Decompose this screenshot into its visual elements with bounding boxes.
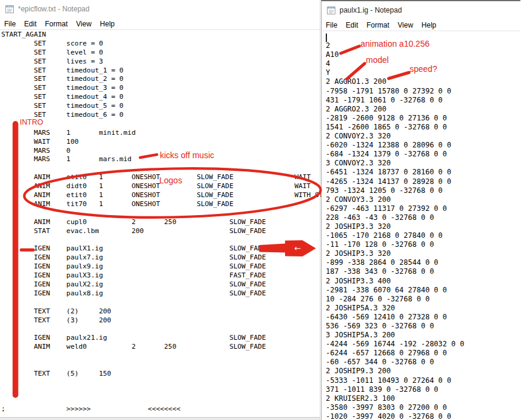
menu-view[interactable]: View — [393, 20, 417, 31]
text-line: -6297 -463 11317 0 27392 0 0 — [326, 204, 520, 213]
right-window-titlebar[interactable]: paulx1.ig - Notepad — [322, 1, 520, 19]
text-line: TEXT (2) 200 — [1, 307, 320, 316]
left-window-bottom-edge — [0, 417, 320, 420]
text-line: 187 -338 343 0 -32768 0 0 — [326, 267, 520, 276]
text-caret — [326, 34, 327, 42]
text-line: -7958 -1791 15780 0 27392 0 0 — [326, 87, 520, 96]
text-line: -5333 -1011 10493 0 27264 0 0 — [326, 376, 520, 385]
text-line: -899 -338 2864 0 28544 0 0 — [326, 258, 520, 267]
menu-edit[interactable]: Edit — [341, 20, 362, 31]
left-window-menubar: File Edit Format View Help — [0, 18, 320, 30]
text-line: 371 -1011 839 0 -32768 0 0 — [326, 385, 520, 394]
text-line: 2 JOSHIP3.3 320 — [326, 249, 520, 258]
text-line: SET timedout_6 = 0 — [1, 111, 320, 120]
text-line: -11 -170 128 0 -32768 0 0 — [326, 240, 520, 249]
right-text-area[interactable]: 2A104Y2 AGGRO1.3 200-7958 -1791 15780 0 … — [322, 31, 520, 420]
notepad-icon — [5, 4, 14, 14]
text-line: ; >>>>>> <<<<<<<< — [1, 405, 320, 414]
text-line: WAIT 100 — [1, 138, 320, 147]
text-line: -684 -1324 1379 0 -32768 0 0 — [326, 150, 520, 159]
text-line — [1, 120, 320, 129]
text-line: MARS 1 minit.mid — [1, 129, 320, 138]
text-line: SET timedout_4 = 0 — [1, 93, 320, 102]
menu-edit[interactable]: Edit — [20, 19, 41, 29]
text-line: 2 CONVOY3.3 200 — [326, 195, 520, 204]
text-line — [1, 235, 320, 244]
text-line: 3 CONVOY2.3 320 — [326, 159, 520, 168]
text-line: START_AGAIN — [1, 31, 320, 40]
text-line: -3580 -3997 8303 0 27200 0 0 — [326, 403, 520, 412]
text-line — [1, 379, 320, 388]
left-window-titlebar[interactable]: *epicflow.txt - Notepad — [0, 0, 320, 18]
text-line: 4 — [326, 59, 520, 68]
text-line — [1, 209, 320, 218]
text-line: IGEN paulx8.ig SLOW_FADE — [1, 289, 320, 298]
text-line: Y — [326, 68, 520, 77]
text-line: MARS 1 mars.mid — [1, 155, 320, 164]
menu-file[interactable]: File — [322, 20, 341, 31]
text-line: SET timedout_2 = 0 — [1, 75, 320, 84]
text-line — [1, 397, 320, 406]
text-line: IGEN paulX3.ig FAST_FADE — [1, 271, 320, 280]
text-line — [1, 325, 320, 334]
notepad-icon — [326, 5, 336, 15]
text-line: 2 KRUISER2.3 100 — [326, 394, 520, 403]
right-window-title: paulx1.ig - Notepad — [340, 6, 402, 14]
text-line: -2819 -2600 9128 0 27136 0 0 — [326, 114, 520, 123]
text-line: 2 AGGRO1.3 200 — [326, 77, 520, 86]
text-line: -6020 -1324 12388 0 28096 0 0 — [326, 141, 520, 150]
text-line: 3 JOSHIP5A.3 200 — [326, 331, 520, 340]
left-text-area[interactable]: START_AGAIN SET score = 0 SET level = 0 … — [0, 30, 320, 414]
text-line: -4244 -569 16744 -192 -28032 0 0 — [326, 340, 520, 349]
text-line: ANIM etit0 1 ONESHOT SLOW_FADE WITH_STAR — [1, 191, 320, 200]
text-line: -1020 -3997 4020 0 -32768 0 0 — [326, 412, 520, 420]
text-line: 2 JOSHIP5A.3 320 — [326, 304, 520, 313]
menu-format[interactable]: Format — [362, 20, 393, 31]
text-line: ANIM otit0 1 ONESHOT SLOW_FADE WAIT 200 — [1, 173, 320, 182]
menu-format[interactable]: Format — [41, 19, 72, 29]
text-line: 2 JOSHIP3.3 320 — [326, 222, 520, 231]
text-line: SET score = 0 — [1, 40, 320, 49]
text-line: STAT evac.lbm 200 SLOW_FADE — [1, 227, 320, 236]
text-line: 536 -569 323 0 -32768 0 0 — [326, 322, 520, 331]
left-window-title: *epicflow.txt - Notepad — [18, 5, 89, 13]
text-line: IGEN paulx9.ig SLOW_FADE — [1, 262, 320, 271]
menu-help[interactable]: Help — [417, 20, 441, 31]
text-line — [1, 298, 320, 307]
text-line: A10 — [326, 50, 520, 59]
text-line: ANIM cupl0 2 250 SLOW_FADE — [1, 218, 320, 227]
right-notepad-window: paulx1.ig - Notepad File Edit Format Vie… — [321, 0, 520, 420]
text-line: ANIM didt0 1 ONESHOT SLOW_FADE WAIT 200 — [1, 182, 320, 191]
text-line: ANIM tit70 1 ONESHOT SLOW_FADE — [1, 200, 320, 209]
text-line: -4265 -1324 14137 0 28928 0 0 — [326, 177, 520, 186]
text-line: -2981 -338 6070 64 27840 0 0 — [326, 286, 520, 295]
text-line: -6451 -1324 18737 0 28160 0 0 — [326, 168, 520, 177]
text-line: TEXT (5) 150 — [1, 370, 320, 379]
menu-file[interactable]: File — [0, 19, 20, 29]
text-line: -1065 -170 2168 0 27840 0 0 — [326, 231, 520, 240]
text-line: -6244 -657 12668 0 27968 0 0 — [326, 349, 520, 358]
text-line: 228 -463 -43 0 -32768 0 0 — [326, 213, 520, 222]
text-line: IGEN paulx7.ig SLOW_FADE — [1, 253, 320, 262]
menu-view[interactable]: View — [72, 19, 96, 29]
text-line: MARS 0 — [1, 147, 320, 156]
text-line: 2 JOSHIP9.3 200 — [326, 367, 520, 376]
text-line: TEXT (3) 200 — [1, 316, 320, 325]
text-line: -6430 -569 12410 0 27328 0 0 — [326, 313, 520, 322]
text-line: IGEN paulX2.ig SLOW_FADE — [1, 280, 320, 289]
text-line: SET level = 0 — [1, 49, 320, 58]
text-line: 2 AGGRO2.3 200 — [326, 105, 520, 114]
text-line: IGEN paulx21.ig SLOW_FADE — [1, 334, 320, 343]
text-line — [1, 164, 320, 173]
text-line: IGEN paulX1.ig SLOW_FADE — [1, 244, 320, 253]
text-line: 10 -284 276 0 -32768 0 0 — [326, 295, 520, 304]
text-line: ANIM weld0 2 250 SLOW_FADE — [1, 343, 320, 352]
text-line: SET timedout_5 = 0 — [1, 102, 320, 111]
text-line: 431 -1791 1061 0 -32768 0 0 — [326, 96, 520, 105]
text-line: SET timedout_1 = 0 — [1, 67, 320, 75]
text-line: SET lives = 3 — [1, 58, 320, 67]
text-line: 1541 -2600 1865 0 -32768 0 0 — [326, 123, 520, 132]
text-line — [326, 32, 520, 41]
menu-help[interactable]: Help — [96, 19, 119, 29]
text-line: 793 -1324 1205 0 -32768 0 0 — [326, 186, 520, 195]
